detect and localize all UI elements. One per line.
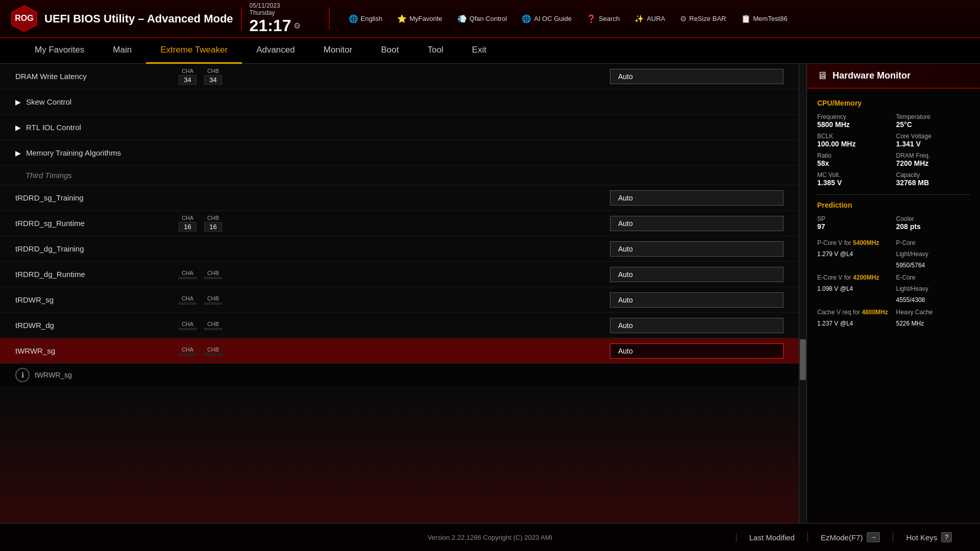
top-bar: ROG UEFI BIOS Utility – Advanced Mode 05… (0, 0, 980, 38)
frequency-item: Frequency 5800 MHz (817, 113, 891, 129)
ai-icon: 🌐 (522, 14, 531, 23)
row-label-rtl: RTL IOL Control (26, 123, 179, 132)
channel-cha-wrwr-sg: CHA (179, 346, 197, 356)
row-skew-control[interactable]: ▶ Skew Control (0, 89, 799, 115)
row-rtl-iol[interactable]: ▶ RTL IOL Control (0, 115, 799, 140)
row-trdwr-sg[interactable]: tRDWR_sg CHA CHB Auto (0, 287, 799, 313)
arrow-icon: ▶ (15, 123, 21, 132)
rog-logo: ROG (10, 5, 38, 33)
info-icon: ℹ (15, 368, 30, 382)
channel-cha-rdwr-dg: CHA (179, 321, 197, 330)
row-trdrd-dg-runtime[interactable]: tRDRD_dg_Runtime CHA CHB Auto (0, 262, 799, 287)
row-label-dram-write-latency: DRAM Write Latency (15, 72, 168, 81)
settings-list: DRAM Write Latency CHA 34 CHB 34 Auto ▶ … (0, 64, 799, 364)
nav-my-favorites[interactable]: My Favorites (20, 38, 99, 64)
time-area: 21:17 ⚙ (250, 16, 301, 35)
nav-advanced[interactable]: Advanced (242, 38, 309, 64)
channel-chb-wrwr-sg: CHB (204, 346, 222, 356)
scroll-thumb[interactable] (800, 339, 806, 380)
nav-search[interactable]: ❓ Search (580, 12, 626, 26)
temperature-label: Temperature (896, 113, 970, 120)
time-text: 21:17 (250, 16, 291, 35)
trdrd-sg-training-value[interactable]: Auto (610, 190, 783, 206)
right-sidebar: 🖥 Hardware Monitor CPU/Memory Frequency … (806, 64, 980, 523)
channel-chb-rdwr-sg: CHB (204, 295, 222, 305)
monitor-icon: 🖥 (817, 70, 827, 82)
sidebar-title: Hardware Monitor (832, 70, 911, 81)
info-label: tWRWR_sg (35, 371, 72, 379)
datetime-area: 05/11/2023 Thursday 21:17 ⚙ (250, 2, 321, 35)
frequency-label: Frequency (817, 113, 891, 120)
nav-tool[interactable]: Tool (413, 38, 457, 64)
nav-extreme-tweaker[interactable]: Extreme Tweaker (146, 38, 242, 64)
ratio-label: Ratio (817, 152, 891, 159)
fan-icon: 💨 (457, 14, 467, 23)
row-label-memory-training: Memory Training Algorithms (26, 148, 179, 157)
scrollbar[interactable] (799, 64, 806, 523)
channel-chb-sg: CHB 16 (204, 215, 222, 232)
prediction-grid-sp: SP 97 Cooler 208 pts (817, 215, 970, 231)
row-label-trdrd-dg-training: tRDRD_dg_Training (15, 244, 168, 253)
temperature-value: 25°C (896, 120, 970, 129)
resize-icon: ⚙ (680, 14, 687, 23)
nav-qfan[interactable]: 💨 Qfan Control (451, 12, 513, 26)
channel-chb-dg-rt: CHB (204, 270, 222, 279)
channel-cha-sg: CHA 16 (179, 215, 197, 232)
capacity-value: 32768 MB (896, 179, 970, 187)
nav-main[interactable]: Main (99, 38, 146, 64)
trdrd-dg-training-value[interactable]: Auto (610, 241, 783, 257)
trdwr-sg-value[interactable]: Auto (610, 292, 783, 308)
trdrd-dg-channels: CHA CHB (179, 270, 250, 279)
arrow-icon: ▶ (15, 149, 21, 157)
nav-myfavorite[interactable]: ⭐ MyFavorite (391, 12, 448, 26)
row-twrwr-sg[interactable]: tWRWR_sg CHA CHB Auto (0, 338, 799, 364)
row-trdwr-dg[interactable]: tRDWR_dg CHA CHB Auto (0, 313, 799, 338)
twrwr-sg-value[interactable]: Auto (610, 343, 783, 359)
logo-area: ROG UEFI BIOS Utility – Advanced Mode (10, 5, 233, 33)
nav-aioc[interactable]: 🌐 AI OC Guide (516, 12, 578, 26)
nav-exit[interactable]: Exit (458, 38, 501, 64)
nav-monitor[interactable]: Monitor (309, 38, 367, 64)
row-label-trdwr-dg: tRDWR_dg (15, 321, 168, 330)
hotkeys-icon: ? (941, 532, 952, 542)
sp-value: 97 (817, 222, 891, 231)
last-modified-button[interactable]: Last Modified (736, 533, 807, 542)
settings-icon[interactable]: ⚙ (293, 21, 301, 31)
globe-icon: 🌐 (349, 14, 358, 23)
memtest-icon: 📋 (741, 14, 751, 23)
row-dram-write-latency[interactable]: DRAM Write Latency CHA 34 CHB 34 Auto (0, 64, 799, 89)
cpu-memory-grid: Frequency 5800 MHz Temperature 25°C BCLK… (817, 113, 970, 187)
nav-resizebar[interactable]: ⚙ ReSize BAR (674, 12, 732, 26)
capacity-item: Capacity 32768 MB (896, 171, 970, 187)
ezmode-button[interactable]: EzMode(F7) → (807, 532, 893, 542)
channel-cha-dg-rt: CHA (179, 270, 197, 279)
nav-english[interactable]: 🌐 English (342, 12, 389, 26)
hotkeys-button[interactable]: Hot Keys ? (893, 532, 965, 542)
nav-aura[interactable]: ✨ AURA (628, 12, 671, 26)
frequency-value: 5800 MHz (817, 120, 891, 129)
temperature-item: Temperature 25°C (896, 113, 970, 129)
capacity-label: Capacity (896, 171, 970, 179)
trdwr-sg-channels: CHA CHB (179, 295, 250, 305)
bclk-label: BCLK (817, 133, 891, 140)
trdwr-dg-channels: CHA CHB (179, 321, 250, 330)
section-label-third-timings: Third Timings (26, 171, 179, 180)
row-trdrd-sg-runtime[interactable]: tRDRD_sg_Runtime CHA 16 CHB 16 Auto (0, 211, 799, 236)
sp-item: SP 97 (817, 215, 891, 231)
ezmode-icon: → (867, 532, 880, 542)
trdrd-sg-channels: CHA 16 CHB 16 (179, 215, 250, 232)
row-trdrd-dg-training[interactable]: tRDRD_dg_Training Auto (0, 236, 799, 262)
channel-chb-rdwr-dg: CHB (204, 321, 222, 330)
trdwr-dg-value[interactable]: Auto (610, 318, 783, 333)
dram-write-latency-value[interactable]: Auto (610, 69, 783, 84)
row-trdrd-sg-training[interactable]: tRDRD_sg_Training Auto (0, 185, 799, 211)
mc-volt-label: MC Volt. (817, 171, 891, 179)
row-memory-training[interactable]: ▶ Memory Training Algorithms (0, 140, 799, 166)
nav-boot[interactable]: Boot (366, 38, 413, 64)
bclk-value: 100.00 MHz (817, 140, 891, 148)
trdrd-sg-runtime-value[interactable]: Auto (610, 216, 783, 231)
nav-memtest[interactable]: 📋 MemTest86 (735, 12, 794, 26)
channel-cha-rdwr-sg: CHA (179, 295, 197, 305)
trdrd-dg-runtime-value[interactable]: Auto (610, 267, 783, 282)
star-icon: ⭐ (397, 14, 407, 23)
